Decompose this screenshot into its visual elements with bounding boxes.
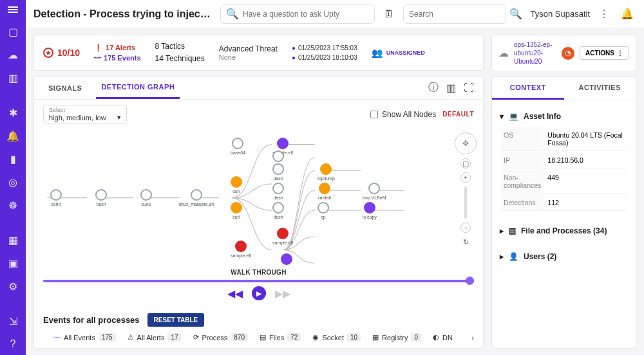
asset-name[interactable]: ops-1352-ep-ubuntu20-Ubuntu20 — [514, 41, 556, 66]
table-row: Non-compliances449 — [501, 170, 627, 194]
actions-button[interactable]: ACTIONS⋮ — [580, 46, 629, 60]
topbar: Detection - Process trying to inject co.… — [26, 0, 644, 28]
node-tmp[interactable]: tmp.VLBeM — [363, 183, 386, 200]
tab-all-events[interactable]: 〰All Events175 — [53, 333, 116, 341]
node-lmsh[interactable]: linux_malware.sh — [179, 189, 214, 206]
chevron-right-icon: ▸ — [500, 226, 504, 235]
tab-activities[interactable]: ACTIVITIES — [564, 77, 636, 100]
tactics-count: 8 Tactics — [155, 41, 205, 53]
robot-icon[interactable]: ☸ — [7, 199, 19, 211]
context-panel: CONTEXT ACTIVITIES ▾ 💻 Asset Info OSUbun… — [491, 77, 636, 349]
node-dash4[interactable]: dash — [272, 202, 284, 219]
section-asset-info[interactable]: ▾ 💻 Asset Info — [500, 107, 628, 126]
tab-process[interactable]: ⟳Process870 — [193, 333, 248, 341]
assignment[interactable]: 👥 UNASSIGNED — [372, 48, 425, 58]
cloud-icon[interactable]: ☁ — [7, 49, 19, 60]
tab-detection-graph[interactable]: DETECTION GRAPH — [96, 77, 180, 99]
barcode-icon[interactable]: ▥ — [7, 72, 19, 84]
tab-dn[interactable]: ◐DN — [433, 333, 453, 341]
node-curl2[interactable]: curl — [231, 202, 242, 219]
ask-box[interactable]: 🔍 — [220, 5, 375, 24]
tab-all-alerts[interactable]: ⚠All Alerts17 — [128, 333, 182, 341]
node-curl1[interactable]: curl — [231, 176, 242, 194]
help-circle-icon[interactable]: ⓘ — [428, 81, 439, 95]
tab-files[interactable]: ▤Files72 — [260, 333, 301, 341]
node-xminer[interactable]: xminer.service — [272, 253, 301, 266]
alerts-count[interactable]: ❗17 Alerts — [94, 42, 140, 53]
document-icon: ▤ — [509, 226, 516, 235]
clipboard-icon[interactable]: ▮ — [7, 153, 19, 165]
download-icon[interactable]: ⇲ — [7, 315, 19, 327]
zoom-out-icon[interactable]: − — [460, 223, 471, 233]
tab-context[interactable]: CONTEXT — [492, 77, 564, 100]
node-xmrtab[interactable]: xmrtab — [317, 183, 331, 200]
node-sshd[interactable]: sshd — [50, 189, 62, 206]
default-link[interactable]: DEFAULT — [442, 111, 474, 118]
star-icon: ★ — [43, 48, 53, 58]
fit-icon[interactable]: ▢ — [460, 158, 471, 168]
node-dash3[interactable]: dash — [272, 183, 284, 200]
more-icon[interactable]: ⋮ — [596, 5, 612, 23]
columns-icon[interactable]: ▥ — [446, 82, 456, 94]
walkthrough-track[interactable] — [43, 280, 474, 282]
main: Detection - Process trying to inject co.… — [26, 0, 644, 355]
chevron-right-icon[interactable]: › — [471, 334, 474, 341]
pan-control[interactable]: ✥ — [455, 132, 477, 154]
bell-icon[interactable]: 🔔 — [7, 130, 19, 141]
walkthrough-label: WALK THROUGH — [231, 269, 286, 276]
node-sample2[interactable]: sample.elf — [231, 241, 251, 258]
node-dash2[interactable]: dash — [272, 163, 284, 181]
fullscreen-icon[interactable]: ⛶ — [464, 82, 474, 94]
search-input[interactable] — [409, 10, 506, 19]
node-sample3[interactable]: sample.elf — [272, 228, 293, 245]
menu-icon[interactable] — [8, 5, 18, 14]
tab-socket[interactable]: ◉Socket10 — [312, 333, 361, 341]
tab-signals[interactable]: SIGNALS — [43, 78, 87, 98]
save-icon[interactable]: ▣ — [7, 257, 19, 269]
node-bash[interactable]: bash — [95, 189, 107, 206]
help-icon[interactable]: ? — [7, 338, 19, 350]
user-name[interactable]: Tyson Supasatit — [531, 9, 591, 19]
forward-icon[interactable]: ▶▶ — [275, 287, 290, 300]
threat-label: Advanced Threat — [219, 44, 278, 53]
dashboard-icon[interactable]: ▦ — [7, 234, 19, 246]
show-all-label: Show All Nodes — [382, 110, 436, 119]
node-lscopy[interactable]: ls.copy — [363, 202, 377, 219]
calendar-icon[interactable]: 🗓 — [381, 6, 397, 23]
walkthrough-handle[interactable] — [466, 277, 474, 285]
node-tcpdump[interactable]: tcpdump — [317, 163, 335, 181]
node-base64[interactable]: base64 — [231, 138, 245, 155]
people-icon: 👥 — [372, 48, 383, 58]
page-title: Detection - Process trying to inject co.… — [33, 8, 214, 20]
severity-select[interactable]: Select high, medium, low▾ — [43, 105, 127, 123]
zoom-in-icon[interactable]: + — [460, 172, 471, 183]
target-icon[interactable]: ◎ — [7, 176, 19, 188]
zoom-slider[interactable] — [464, 187, 467, 219]
gear-icon[interactable]: ⚙ — [7, 280, 19, 292]
notifications-icon[interactable]: 🔔 — [618, 5, 636, 23]
section-users[interactable]: ▸ 👤 Users (2) — [500, 247, 628, 266]
time-end: ●01/25/2023 18:10:03 — [292, 54, 357, 61]
rewind-icon[interactable]: ◀◀ — [227, 287, 243, 300]
reset-table-button[interactable]: RESET TABLE — [147, 313, 205, 327]
refresh-icon[interactable]: ↻ — [460, 237, 471, 247]
node-cp[interactable]: cp — [317, 202, 329, 219]
monitor-icon[interactable]: ▢ — [7, 26, 19, 37]
time-start: ●01/25/2023 17:55:03 — [292, 44, 357, 51]
left-sidebar: ▢ ☁ ▥ ✱ 🔔 ▮ ◎ ☸ ▦ ▣ ⚙ ⇲ ? {·} — [0, 0, 26, 355]
summary-bar: ★ 10/10 ❗17 Alerts 〰175 Events 8 Tactics… — [33, 35, 484, 71]
event-tabs: 〰All Events175 ⚠All Alerts17 ⟳Process870… — [34, 333, 483, 348]
section-file-processes[interactable]: ▸ ▤ File and Processes (34) — [500, 221, 628, 241]
search-box[interactable]: 🔍 — [403, 5, 506, 24]
show-all-checkbox[interactable] — [370, 111, 378, 118]
ask-input[interactable] — [243, 10, 339, 19]
events-count[interactable]: 〰175 Events — [94, 53, 140, 64]
table-row: IP18.210.56.0 — [501, 152, 627, 168]
tab-registry[interactable]: ▦Registry0 — [372, 333, 421, 341]
asset-header: ☁ ops-1352-ep-ubuntu20-Ubuntu20 ◔ ACTION… — [491, 35, 636, 71]
user-icon: 👤 — [509, 252, 518, 261]
bug-icon[interactable]: ✱ — [7, 107, 19, 118]
play-icon[interactable]: ▶ — [252, 286, 266, 300]
graph-canvas[interactable]: sshd bash sudo linux_malware.sh base64 c… — [34, 129, 483, 266]
node-sudo[interactable]: sudo — [140, 189, 152, 206]
